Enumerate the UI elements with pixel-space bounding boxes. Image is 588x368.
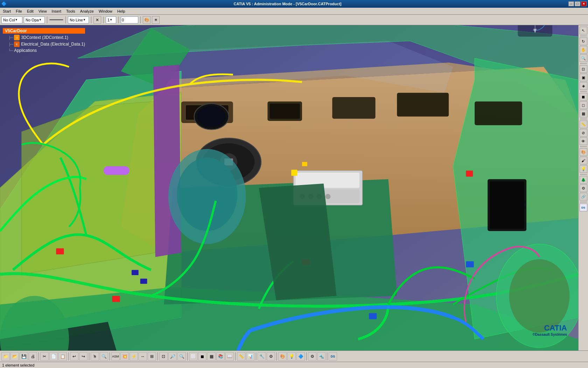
value-input[interactable] bbox=[121, 16, 138, 23]
no-line-dropdown[interactable]: No Line bbox=[68, 16, 89, 23]
bottom-sep-7 bbox=[235, 352, 236, 361]
minimize-button[interactable]: ─ bbox=[568, 1, 574, 6]
library-icon[interactable]: 📖 bbox=[225, 352, 234, 361]
x-button[interactable]: ✕ bbox=[93, 16, 101, 24]
wireframe-icon[interactable]: ◻ bbox=[580, 101, 587, 109]
new-icon[interactable]: 📁 bbox=[1, 352, 10, 361]
catia-icon[interactable]: DS bbox=[580, 204, 587, 211]
menu-start[interactable]: Start bbox=[1, 9, 13, 14]
search-icon-bottom[interactable]: 🔍 bbox=[100, 352, 108, 361]
paste-icon[interactable]: 📋 bbox=[58, 352, 67, 361]
sun-icon[interactable]: ☀ bbox=[152, 16, 160, 24]
menu-file[interactable]: File bbox=[14, 9, 24, 14]
value-dropdown-1[interactable]: 1 bbox=[106, 16, 116, 23]
snap2-icon[interactable]: ⊞ bbox=[148, 352, 156, 361]
analyze-icon[interactable]: 📊 bbox=[246, 352, 254, 361]
component-icon[interactable]: ▦ bbox=[207, 352, 216, 361]
catalog-icon[interactable]: 📚 bbox=[216, 352, 225, 361]
pan-icon[interactable]: ✋ bbox=[580, 46, 587, 54]
render-bottom-icon[interactable]: 🎨 bbox=[278, 352, 287, 361]
customize-icon[interactable]: 🔩 bbox=[317, 352, 326, 361]
no-color-dropdown[interactable]: No Col bbox=[1, 16, 22, 23]
right-toolbar: ↖ ↻ ✋ 🔍 ⊡ ▣ ◈ ◼ ◻ ▦ 📏 ⊘ 👁 🎨 🖌 💡 🌲 ⚙ 🔗 DS bbox=[578, 25, 588, 350]
rotate-icon[interactable]: ↻ bbox=[580, 38, 587, 45]
svg-rect-27 bbox=[332, 97, 375, 119]
menu-insert[interactable]: Insert bbox=[50, 9, 64, 14]
statusbar: 1 element selected bbox=[0, 362, 588, 368]
car-viewport-svg: Z Y bbox=[0, 25, 578, 350]
edges-icon[interactable]: ▦ bbox=[580, 110, 587, 117]
right-sep-1 bbox=[580, 36, 587, 36]
line-style-selector[interactable] bbox=[49, 19, 63, 20]
titlebar-icon: 🔷 bbox=[1, 1, 7, 6]
redo-icon[interactable]: ↪ bbox=[79, 352, 88, 361]
svg-point-34 bbox=[177, 158, 237, 231]
tree-item-electrical[interactable]: ├─ E Electrical_Data (Electrical_Data.1) bbox=[8, 41, 85, 47]
hide-icon[interactable]: 👁 bbox=[580, 137, 587, 145]
material-icon[interactable]: 🔷 bbox=[296, 352, 305, 361]
close-button[interactable]: ✕ bbox=[581, 1, 587, 6]
svg-rect-45 bbox=[291, 170, 297, 176]
zoom-out-icon[interactable]: 🔍 bbox=[177, 352, 186, 361]
catia-ds-icon[interactable]: DS bbox=[329, 352, 337, 361]
save-icon[interactable]: 💾 bbox=[20, 352, 28, 361]
explode-icon[interactable]: 💥 bbox=[120, 352, 129, 361]
menu-tools[interactable]: Tools bbox=[64, 9, 77, 14]
menu-edit[interactable]: Edit bbox=[25, 9, 36, 14]
tree-3dcontext-icon: 3 bbox=[14, 35, 20, 40]
section-icon[interactable]: ⊘ bbox=[580, 129, 587, 137]
view-iso-icon[interactable]: ◈ bbox=[580, 82, 587, 90]
menu-view[interactable]: View bbox=[36, 9, 49, 14]
constraints-icon[interactable]: 🔗 bbox=[580, 193, 587, 200]
part-icon[interactable]: ⬜ bbox=[189, 352, 197, 361]
render-style-2[interactable]: 🖌 bbox=[580, 157, 587, 164]
cut-icon[interactable]: ✂ bbox=[40, 352, 49, 361]
bottom-sep-6 bbox=[187, 352, 188, 361]
zoom-all-icon[interactable]: ⊡ bbox=[159, 352, 168, 361]
svg-rect-51 bbox=[104, 166, 130, 175]
undo-icon[interactable]: ↩ bbox=[70, 352, 78, 361]
filter-icon[interactable]: ⚙ bbox=[267, 352, 275, 361]
tree-item-applications[interactable]: └─ Applications bbox=[8, 48, 85, 53]
tools-options-icon[interactable]: ⚙ bbox=[308, 352, 316, 361]
zoom-icon[interactable]: 🔍 bbox=[580, 54, 587, 62]
no-opacity-dropdown[interactable]: No Opa bbox=[24, 16, 45, 23]
menu-window[interactable]: Window bbox=[97, 9, 114, 14]
open-icon[interactable]: 📂 bbox=[10, 352, 19, 361]
shading-icon[interactable]: ◼ bbox=[580, 93, 587, 101]
properties-icon[interactable]: ⚙ bbox=[580, 184, 587, 192]
measure-bottom-icon[interactable]: 📏 bbox=[237, 352, 245, 361]
zoom-in-icon[interactable]: 🔎 bbox=[168, 352, 177, 361]
cursor-icon[interactable]: ↖ bbox=[580, 27, 587, 34]
bottom-sep-9 bbox=[276, 352, 277, 361]
tree-root-item[interactable]: V5CarDoor bbox=[3, 28, 85, 34]
render-icon[interactable]: 🎨 bbox=[143, 16, 150, 24]
viewport[interactable]: Z Y V5CarDoor ├─ 3 3DContext (3DContext.… bbox=[0, 25, 578, 350]
svg-rect-36 bbox=[112, 296, 120, 302]
copy-icon[interactable]: 📄 bbox=[49, 352, 58, 361]
layer-icon[interactable]: 🔧 bbox=[258, 352, 266, 361]
tree-item-3dcontext[interactable]: ├─ 3 3DContext (3DContext.1) bbox=[8, 35, 85, 40]
render-style-3[interactable]: 💡 bbox=[580, 165, 587, 173]
tree-toggle-icon[interactable]: 🌲 bbox=[580, 176, 587, 184]
maximize-button[interactable]: □ bbox=[575, 1, 580, 6]
light-icon[interactable]: 💡 bbox=[287, 352, 296, 361]
right-sep-4 bbox=[580, 119, 587, 119]
assembly-icon[interactable]: ASM bbox=[111, 352, 120, 361]
move-icon[interactable]: ↔ bbox=[139, 352, 147, 361]
bottom-sep-4 bbox=[110, 352, 110, 361]
render-style-1[interactable]: 🎨 bbox=[580, 148, 587, 156]
svg-rect-46 bbox=[302, 162, 307, 166]
clash-icon[interactable]: ⚡ bbox=[130, 352, 138, 361]
product-icon[interactable]: ◼ bbox=[198, 352, 206, 361]
bottom-sep-2 bbox=[68, 352, 69, 361]
view-front-icon[interactable]: ▣ bbox=[580, 74, 587, 81]
measure-icon[interactable]: 📏 bbox=[580, 121, 587, 128]
menu-analyze[interactable]: Analyze bbox=[78, 9, 96, 14]
snap-icon[interactable]: 🖱 bbox=[91, 352, 99, 361]
toolbar-separator-6 bbox=[140, 16, 141, 23]
svg-point-55 bbox=[509, 259, 570, 333]
print-icon[interactable]: 🖨 bbox=[29, 352, 37, 361]
fit-all-icon[interactable]: ⊡ bbox=[580, 65, 587, 73]
menu-help[interactable]: Help bbox=[115, 9, 127, 14]
